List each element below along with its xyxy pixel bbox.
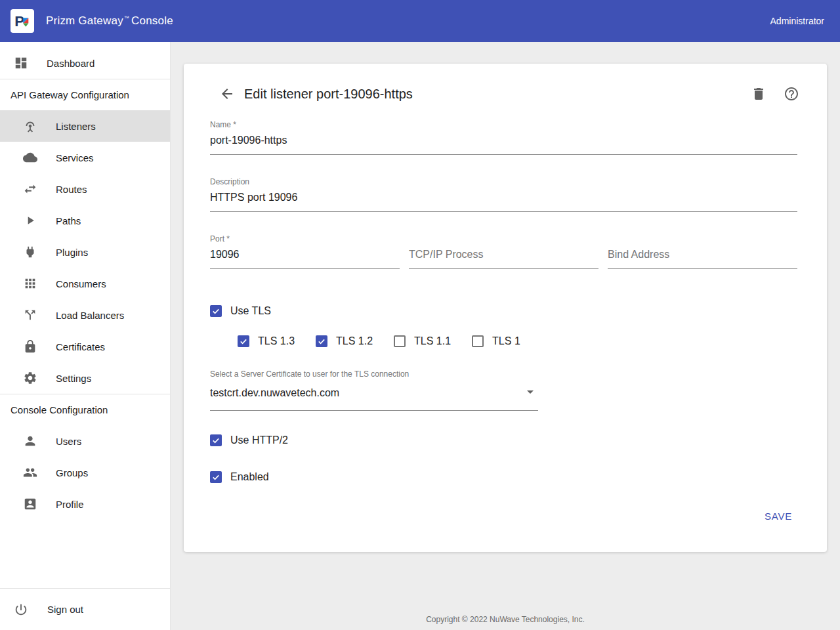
apps-grid-icon <box>22 276 38 291</box>
bind-address-input[interactable]: Bind Address <box>608 249 797 269</box>
save-row: SAVE <box>210 507 797 526</box>
sidebar-item-label: Paths <box>56 215 81 226</box>
certificate-select-field: Select a Server Certificate to user for … <box>210 369 538 411</box>
sidebar-item-label: Services <box>56 152 94 163</box>
certificate-select-label: Select a Server Certificate to user for … <box>210 369 538 379</box>
delete-icon[interactable] <box>749 85 768 103</box>
port-row: Port * 19096 TCP/IP Process Bind Address <box>210 234 797 269</box>
sidebar-item-services[interactable]: Services <box>0 142 170 173</box>
tls-1-checkbox[interactable] <box>472 335 484 347</box>
tls-versions-row: TLS 1.3 TLS 1.2 TLS 1.1 TLS 1 <box>238 335 797 347</box>
sidebar-item-consumers[interactable]: Consumers <box>0 268 170 299</box>
call-split-icon <box>22 307 38 323</box>
svg-text:P: P <box>14 13 24 30</box>
use-tls-row: Use TLS <box>210 305 797 317</box>
sidebar-item-users[interactable]: Users <box>0 425 170 457</box>
sidebar-item-label: Routes <box>56 184 87 195</box>
sidebar-item-settings[interactable]: Settings <box>0 362 170 394</box>
edit-listener-card: Edit listener port-19096-https Name * po… <box>184 64 827 552</box>
name-label: Name * <box>210 120 797 130</box>
play-arrow-icon <box>22 213 38 228</box>
use-tls-checkbox[interactable] <box>210 305 222 317</box>
sidebar-item-groups[interactable]: Groups <box>0 457 170 488</box>
app-title: Prizm Gateway™Console <box>46 14 173 28</box>
sidebar-item-routes[interactable]: Routes <box>0 173 170 205</box>
page-title: Edit listener port-19096-https <box>244 87 413 102</box>
sidebar-item-label: Settings <box>56 373 91 384</box>
use-http2-row: Use HTTP/2 <box>210 434 797 446</box>
tls-12-label: TLS 1.2 <box>336 335 373 347</box>
sidebar-item-label: Groups <box>56 467 88 478</box>
description-field[interactable]: Description HTTPS port 19096 <box>210 177 797 212</box>
dashboard-icon <box>13 55 29 71</box>
port-field[interactable]: Port * 19096 <box>210 234 400 269</box>
listener-form: Name * port-19096-https Description HTTP… <box>184 103 827 526</box>
save-button[interactable]: SAVE <box>759 507 797 526</box>
plug-icon <box>22 244 38 260</box>
card-header: Edit listener port-19096-https <box>184 64 827 103</box>
cloud-icon <box>22 150 38 165</box>
lock-icon <box>22 339 38 354</box>
people-icon <box>22 465 38 480</box>
tls-13-label: TLS 1.3 <box>258 335 295 347</box>
help-icon[interactable] <box>782 85 801 103</box>
sidebar-section-api-gateway: API Gateway Configuration <box>0 79 170 110</box>
tls-13-checkbox[interactable] <box>238 335 249 347</box>
sidebar-item-listeners[interactable]: Listeners <box>0 110 170 142</box>
bind-address-field[interactable]: Bind Address <box>608 234 797 269</box>
certificate-select-value: testcrt.dev.nuwavetech.com <box>210 387 339 399</box>
port-input[interactable]: 19096 <box>210 249 400 269</box>
footer-copyright: Copyright © 2022 NuWave Technologies, In… <box>171 607 840 630</box>
name-input[interactable]: port-19096-https <box>210 135 797 155</box>
enabled-row: Enabled <box>210 471 797 483</box>
main-content: Edit listener port-19096-https Name * po… <box>171 42 840 630</box>
power-icon <box>13 602 29 618</box>
app-logo: P <box>10 9 34 33</box>
sidebar-item-label: Listeners <box>56 121 96 132</box>
certificate-select[interactable]: testcrt.dev.nuwavetech.com <box>210 384 538 411</box>
sidebar-item-profile[interactable]: Profile <box>0 488 170 520</box>
use-http2-label: Use HTTP/2 <box>230 434 288 446</box>
back-arrow-icon[interactable] <box>218 85 236 103</box>
chevron-down-icon <box>522 384 538 402</box>
top-app-bar: P Prizm Gateway™Console Administrator <box>0 0 840 42</box>
tls-1-label: TLS 1 <box>492 335 520 347</box>
tls-11-checkbox[interactable] <box>394 335 406 347</box>
sidebar-item-label: Users <box>56 436 81 447</box>
badge-icon <box>22 496 38 512</box>
sidebar-item-certificates[interactable]: Certificates <box>0 331 170 362</box>
current-user[interactable]: Administrator <box>770 16 824 26</box>
sidebar-item-dashboard[interactable]: Dashboard <box>0 47 170 79</box>
use-tls-label: Use TLS <box>230 305 271 317</box>
sidebar-item-label: Certificates <box>56 341 105 352</box>
sidebar-item-label: Consumers <box>56 278 106 289</box>
description-label: Description <box>210 177 797 187</box>
tls-11-label: TLS 1.1 <box>414 335 451 347</box>
gear-icon <box>22 370 38 386</box>
sidebar-item-label: Plugins <box>56 247 88 258</box>
tcpip-process-label <box>409 234 598 244</box>
port-label: Port * <box>210 234 400 244</box>
name-field[interactable]: Name * port-19096-https <box>210 120 797 155</box>
sidebar-section-console-config: Console Configuration <box>0 394 170 425</box>
sidebar-item-label: Dashboard <box>47 58 94 69</box>
swap-arrows-icon <box>22 181 38 197</box>
tcpip-process-field[interactable]: TCP/IP Process <box>409 234 598 269</box>
use-http2-checkbox[interactable] <box>210 434 222 446</box>
sidebar-item-label: Profile <box>56 499 84 510</box>
enabled-label: Enabled <box>230 471 269 483</box>
antenna-icon <box>22 118 38 134</box>
description-input[interactable]: HTTPS port 19096 <box>210 192 797 212</box>
sign-out-button[interactable]: Sign out <box>0 588 170 630</box>
sign-out-label: Sign out <box>47 604 83 615</box>
tcpip-process-input[interactable]: TCP/IP Process <box>409 249 598 269</box>
enabled-checkbox[interactable] <box>210 471 222 483</box>
bind-address-label <box>608 234 797 244</box>
sidebar-item-plugins[interactable]: Plugins <box>0 236 170 268</box>
sidebar-nav: Dashboard API Gateway Configuration List… <box>0 42 171 630</box>
tls-12-checkbox[interactable] <box>316 335 327 347</box>
person-icon <box>22 433 38 449</box>
sidebar-item-label: Load Balancers <box>56 310 124 321</box>
sidebar-item-load-balancers[interactable]: Load Balancers <box>0 299 170 331</box>
sidebar-item-paths[interactable]: Paths <box>0 205 170 236</box>
